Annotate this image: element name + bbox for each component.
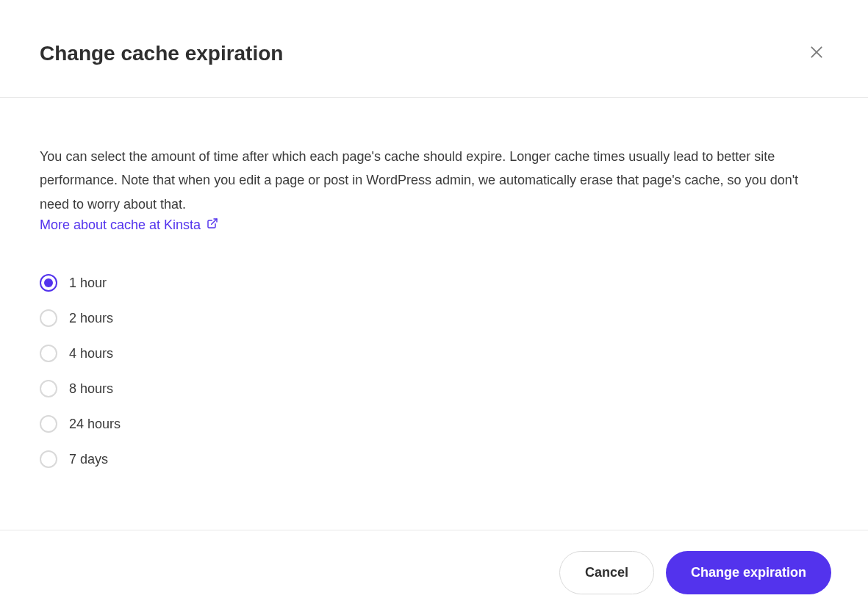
cache-expiration-dialog: Change cache expiration You can select t…: [0, 0, 868, 612]
close-icon: [809, 45, 824, 62]
change-expiration-button[interactable]: Change expiration: [666, 551, 831, 594]
radio-option-2hours[interactable]: 2 hours: [40, 309, 828, 327]
cache-expiration-radio-group: 1 hour 2 hours 4 hours 8 hours 24 hours …: [40, 274, 828, 468]
radio-icon: [40, 345, 57, 362]
radio-option-4hours[interactable]: 4 hours: [40, 345, 828, 362]
link-line: More about cache at Kinsta: [40, 217, 828, 233]
radio-icon: [40, 415, 57, 433]
dialog-body: You can select the amount of time after …: [0, 98, 868, 530]
radio-label: 1 hour: [69, 276, 107, 291]
radio-icon: [40, 309, 57, 327]
radio-icon: [40, 450, 57, 468]
more-about-cache-link[interactable]: More about cache at Kinsta: [40, 217, 218, 233]
dialog-header: Change cache expiration: [0, 0, 868, 98]
radio-option-8hours[interactable]: 8 hours: [40, 380, 828, 397]
svg-line-2: [212, 219, 217, 224]
dialog-title: Change cache expiration: [40, 42, 283, 65]
radio-label: 8 hours: [69, 381, 113, 397]
link-label: More about cache at Kinsta: [40, 217, 201, 233]
radio-label: 7 days: [69, 452, 108, 467]
radio-label: 24 hours: [69, 417, 121, 432]
radio-label: 4 hours: [69, 346, 113, 361]
dialog-footer: Cancel Change expiration: [0, 530, 868, 612]
radio-icon: [40, 274, 57, 292]
close-button[interactable]: [805, 40, 828, 66]
radio-icon: [40, 380, 57, 397]
cancel-button[interactable]: Cancel: [559, 551, 654, 594]
radio-option-24hours[interactable]: 24 hours: [40, 415, 828, 433]
radio-label: 2 hours: [69, 311, 113, 326]
external-link-icon: [207, 217, 218, 233]
dialog-description: You can select the amount of time after …: [40, 145, 828, 216]
radio-option-1hour[interactable]: 1 hour: [40, 274, 828, 292]
radio-option-7days[interactable]: 7 days: [40, 450, 828, 468]
